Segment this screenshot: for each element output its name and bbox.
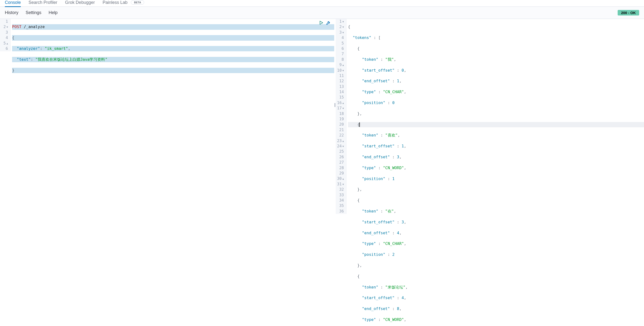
tab-console[interactable]: Console bbox=[5, 0, 21, 7]
beta-badge: BETA bbox=[131, 0, 144, 5]
request-gutter: 1 2▼ 3 4 5▲ 6 bbox=[0, 19, 11, 51]
tab-grok-debugger[interactable]: Grok Debugger bbox=[65, 0, 95, 7]
wrench-icon[interactable] bbox=[326, 20, 331, 26]
link-help[interactable]: Help bbox=[48, 10, 58, 15]
request-pane[interactable]: 1 2▼ 3 4 5▲ 6 POST /_analyze { "analyzer… bbox=[0, 19, 334, 326]
link-history[interactable]: History bbox=[5, 10, 18, 15]
sub-bar: History Settings Help 200 - OK bbox=[0, 7, 644, 19]
request-code[interactable]: POST /_analyze { "analyzer": "ik_smart",… bbox=[11, 19, 334, 95]
tab-search-profiler[interactable]: Search Profiler bbox=[28, 0, 57, 7]
response-code[interactable]: { "tokens" : [ { "token" : "我", "start_o… bbox=[346, 19, 644, 326]
link-settings[interactable]: Settings bbox=[26, 10, 41, 15]
tab-painless-lab[interactable]: Painless Lab bbox=[102, 0, 128, 7]
response-pane[interactable]: 1▼ 2▼ 3▼ 4 5 6 7 8 9▲ 10▼ 11 12 13 14 15… bbox=[336, 19, 644, 326]
play-icon[interactable] bbox=[319, 20, 324, 26]
status-badge: 200 - OK bbox=[618, 10, 639, 16]
top-tabs: Console Search Profiler Grok Debugger Pa… bbox=[0, 0, 644, 7]
editor-split: 1 2▼ 3 4 5▲ 6 POST /_analyze { "analyzer… bbox=[0, 19, 644, 326]
svg-marker-0 bbox=[320, 21, 323, 24]
response-gutter: 1▼ 2▼ 3▼ 4 5 6 7 8 9▲ 10▼ 11 12 13 14 15… bbox=[336, 19, 346, 214]
